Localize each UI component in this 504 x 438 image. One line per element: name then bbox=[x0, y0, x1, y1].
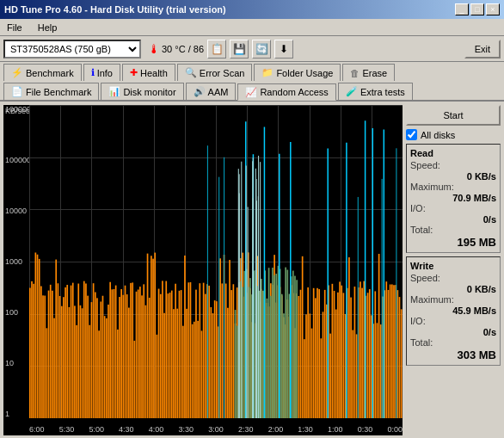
temperature-display: 🌡 30 °C / 86 bbox=[148, 42, 204, 56]
tab-benchmark[interactable]: ⚡ Benchmark bbox=[3, 64, 82, 81]
read-speed-row: Speed: bbox=[410, 160, 496, 170]
write-total-value: 303 MB bbox=[410, 349, 496, 361]
drive-select[interactable]: ST3750528AS (750 gB) bbox=[3, 40, 141, 59]
read-max-row: Maximum: bbox=[410, 182, 496, 192]
info-tab-icon: ℹ bbox=[91, 67, 95, 78]
read-io-row: I/O: bbox=[410, 203, 496, 213]
health-icon: ✚ bbox=[130, 67, 138, 78]
folder-icon: 📁 bbox=[261, 67, 274, 78]
write-io-row: I/O: bbox=[410, 316, 496, 326]
thermometer-icon: 🌡 bbox=[148, 42, 160, 56]
aam-icon: 🔊 bbox=[194, 86, 206, 97]
download-icon[interactable]: ⬇ bbox=[274, 40, 293, 59]
read-total-label: Total: bbox=[410, 225, 433, 235]
minimize-button[interactable]: _ bbox=[455, 3, 469, 15]
read-total-row: Total: bbox=[410, 225, 496, 235]
read-title: Read bbox=[410, 148, 496, 158]
info-icon[interactable]: 📋 bbox=[207, 40, 226, 59]
erase-icon: 🗑 bbox=[350, 68, 360, 78]
menu-help[interactable]: Help bbox=[34, 22, 61, 34]
read-io-value: 0/s bbox=[410, 214, 496, 225]
tab-error-scan[interactable]: 🔍 Error Scan bbox=[177, 64, 253, 81]
read-speed-label: Speed: bbox=[410, 160, 440, 170]
title-bar: HD Tune Pro 4.60 - Hard Disk Utility (tr… bbox=[0, 0, 504, 19]
chart-area: KB/sec 1000000 100000 10000 1000 100 10 … bbox=[3, 105, 403, 435]
x-axis-labels: 6:00 5:30 5:00 4:30 4:00 3:30 3:00 2:30 … bbox=[29, 425, 403, 434]
write-title: Write bbox=[410, 261, 496, 271]
benchmark-icon: ⚡ bbox=[11, 67, 23, 78]
toolbar: ST3750528AS (750 gB) 🌡 30 °C / 86 📋 💾 🔄 … bbox=[0, 36, 504, 62]
window-title: HD Tune Pro 4.60 - Hard Disk Utility (tr… bbox=[4, 4, 226, 15]
menu-bar: File Help bbox=[0, 19, 504, 36]
write-total-label: Total: bbox=[410, 337, 433, 348]
tab-disk-monitor[interactable]: 📊 Disk monitor bbox=[101, 83, 183, 100]
all-disks-checkbox[interactable] bbox=[406, 129, 417, 140]
all-disks-label: All disks bbox=[421, 130, 455, 140]
save-icon[interactable]: 💾 bbox=[230, 40, 249, 59]
exit-button[interactable]: Exit bbox=[464, 40, 501, 59]
tab-file-benchmark[interactable]: 📄 File Benchmark bbox=[3, 83, 99, 100]
tab-aam[interactable]: 🔊 AAM bbox=[186, 83, 237, 100]
tabs-row-2: 📄 File Benchmark 📊 Disk monitor 🔊 AAM 📈 … bbox=[0, 81, 504, 101]
maximize-button[interactable]: □ bbox=[470, 3, 484, 15]
write-speed-row: Speed: bbox=[410, 273, 496, 283]
write-max-row: Maximum: bbox=[410, 294, 496, 305]
read-max-label: Maximum: bbox=[410, 182, 454, 192]
extra-tests-icon: 🧪 bbox=[346, 86, 358, 97]
tab-info[interactable]: ℹ Info bbox=[83, 64, 120, 81]
read-stats-box: Read Speed: 0 KB/s Maximum: 70.9 MB/s I/… bbox=[406, 144, 501, 253]
write-speed-value: 0 KB/s bbox=[410, 284, 496, 294]
error-scan-icon: 🔍 bbox=[185, 67, 197, 78]
temperature-value: 30 °C / 86 bbox=[162, 44, 204, 54]
tab-folder-usage[interactable]: 📁 Folder Usage bbox=[254, 64, 341, 81]
start-button[interactable]: Start bbox=[406, 105, 501, 126]
disk-monitor-icon: 📊 bbox=[108, 86, 120, 97]
main-content: KB/sec 1000000 100000 10000 1000 100 10 … bbox=[0, 101, 504, 438]
chart-canvas bbox=[29, 105, 403, 418]
tab-health[interactable]: ✚ Health bbox=[122, 64, 175, 81]
menu-file[interactable]: File bbox=[3, 22, 26, 34]
title-bar-buttons[interactable]: _ □ × bbox=[455, 3, 500, 15]
random-access-icon: 📈 bbox=[245, 87, 257, 98]
write-total-row: Total: bbox=[410, 337, 496, 348]
read-total-value: 195 MB bbox=[410, 236, 496, 249]
write-max-value: 45.9 MB/s bbox=[410, 305, 496, 316]
tab-erase[interactable]: 🗑 Erase bbox=[342, 64, 395, 81]
file-benchmark-icon: 📄 bbox=[11, 86, 23, 97]
write-stats-box: Write Speed: 0 KB/s Maximum: 45.9 MB/s I… bbox=[406, 256, 501, 366]
read-speed-value: 0 KB/s bbox=[410, 171, 496, 182]
right-panel: Start All disks Read Speed: 0 KB/s Maxim… bbox=[406, 105, 501, 435]
write-io-label: I/O: bbox=[410, 316, 426, 326]
close-button[interactable]: × bbox=[486, 3, 500, 15]
read-io-label: I/O: bbox=[410, 203, 426, 213]
tabs-row-1: ⚡ Benchmark ℹ Info ✚ Health 🔍 Error Scan… bbox=[0, 62, 504, 81]
tab-random-access[interactable]: 📈 Random Access bbox=[237, 83, 335, 101]
write-max-label: Maximum: bbox=[410, 294, 454, 305]
write-speed-label: Speed: bbox=[410, 273, 440, 283]
tab-extra-tests[interactable]: 🧪 Extra tests bbox=[338, 83, 413, 100]
all-disks-row: All disks bbox=[406, 129, 501, 140]
write-io-value: 0/s bbox=[410, 327, 496, 337]
read-max-value: 70.9 MB/s bbox=[410, 193, 496, 203]
refresh-icon[interactable]: 🔄 bbox=[252, 40, 271, 59]
